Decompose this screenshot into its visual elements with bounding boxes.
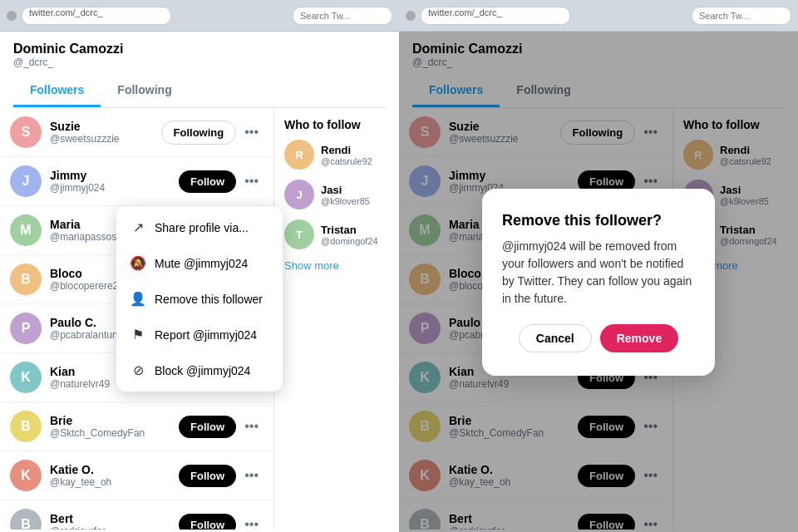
avatar: K bbox=[10, 460, 42, 491]
following-button[interactable]: Following bbox=[161, 121, 237, 145]
tab-followers-left[interactable]: Followers bbox=[13, 75, 101, 107]
avatar: S bbox=[10, 116, 42, 148]
user-info: Suzie @sweetsuzzzie bbox=[50, 120, 161, 145]
user-handle: @rodrisurfer bbox=[50, 525, 179, 530]
follow-button[interactable]: Follow bbox=[179, 170, 236, 193]
search-input-left[interactable] bbox=[293, 7, 392, 25]
follow-button[interactable]: Follow bbox=[179, 514, 236, 530]
show-more-link[interactable]: Show more bbox=[284, 259, 389, 272]
address-bar-right: twitter.com/_dcrc_ bbox=[421, 7, 570, 25]
dropdown-share[interactable]: ↗ Share profile via... bbox=[116, 209, 283, 245]
who-to-follow-left: Who to follow R Rendi @catsrule92 J Jasi… bbox=[274, 108, 399, 530]
follower-item: B Brie @Sktch_ComedyFan Follow ••• bbox=[0, 402, 273, 451]
tab-following-left[interactable]: Following bbox=[101, 75, 188, 107]
who-to-follow-title: Who to follow bbox=[284, 118, 389, 131]
wtf-handle: @catsrule92 bbox=[321, 156, 372, 166]
modal-title: Remove this follower? bbox=[502, 212, 695, 229]
browser-bar-right: twitter.com/_dcrc_ bbox=[399, 0, 798, 32]
wtf-item: R Rendi @catsrule92 bbox=[284, 140, 389, 170]
share-icon: ↗ bbox=[130, 219, 146, 235]
panel-right: twitter.com/_dcrc_ Dominic Camozzi @_dcr… bbox=[399, 0, 798, 532]
follower-item: K Katie O. @kay_tee_oh Follow ••• bbox=[0, 451, 273, 500]
wtf-user-info: Jasi @k9lover85 bbox=[321, 184, 370, 206]
modal-overlay: Remove this follower? @jimmyj024 will be… bbox=[399, 32, 798, 532]
user-name: Jimmy bbox=[50, 169, 179, 182]
panel-left: twitter.com/_dcrc_ Dominic Camozzi @_dcr… bbox=[0, 0, 399, 532]
wtf-name: Jasi bbox=[321, 184, 370, 196]
user-handle: @Sktch_ComedyFan bbox=[50, 427, 179, 439]
dropdown-label: Mute @jimmyj024 bbox=[155, 257, 248, 270]
more-button[interactable]: ••• bbox=[239, 514, 264, 530]
user-handle: @jimmyj024 bbox=[50, 182, 179, 194]
wtf-user-info: Rendi @catsrule92 bbox=[321, 144, 372, 166]
avatar: P bbox=[10, 313, 42, 344]
modal-body: @jimmyj024 will be removed from your fol… bbox=[502, 238, 695, 308]
profile-header-left: Dominic Camozzi @_dcrc_ Followers Follow… bbox=[0, 32, 399, 108]
report-icon: ⚑ bbox=[130, 327, 146, 342]
tabs-left: Followers Following bbox=[13, 75, 386, 108]
more-button[interactable]: ••• bbox=[239, 416, 264, 437]
profile-handle-left: @_dcrc_ bbox=[13, 57, 386, 68]
user-name: Brie bbox=[50, 414, 179, 427]
user-info: Brie @Sktch_ComedyFan bbox=[50, 414, 179, 439]
close-button-right[interactable] bbox=[406, 11, 416, 21]
more-button[interactable]: ••• bbox=[239, 465, 264, 486]
profile-name-left: Dominic Camozzi bbox=[13, 42, 386, 57]
mute-icon: 🔕 bbox=[130, 255, 146, 271]
wtf-avatar: T bbox=[284, 219, 314, 249]
remove-follower-modal: Remove this follower? @jimmyj024 will be… bbox=[482, 189, 715, 376]
follower-item: B Bert @rodrisurfer Follow ••• bbox=[0, 500, 273, 530]
user-handle: @kay_tee_oh bbox=[50, 476, 179, 488]
dropdown-mute[interactable]: 🔕 Mute @jimmyj024 bbox=[116, 245, 283, 281]
more-button[interactable]: ••• bbox=[239, 121, 264, 143]
cancel-button[interactable]: Cancel bbox=[519, 324, 592, 352]
wtf-name: Tristan bbox=[321, 224, 378, 236]
search-input-right[interactable] bbox=[692, 7, 791, 25]
wtf-avatar: R bbox=[284, 140, 314, 170]
modal-actions: Cancel Remove bbox=[502, 324, 695, 352]
wtf-item: T Tristan @domingof24 bbox=[284, 219, 389, 249]
follow-button[interactable]: Follow bbox=[179, 416, 236, 438]
wtf-name: Rendi bbox=[321, 144, 372, 156]
wtf-handle: @domingof24 bbox=[321, 236, 378, 246]
wtf-user-info: Tristan @domingof24 bbox=[321, 224, 378, 246]
follow-button[interactable]: Follow bbox=[179, 465, 236, 487]
dropdown-label: Report @jimmyj024 bbox=[155, 328, 257, 342]
user-info: Katie O. @kay_tee_oh bbox=[50, 463, 179, 488]
wtf-item: J Jasi @k9lover85 bbox=[284, 180, 389, 209]
dropdown-menu: ↗ Share profile via... 🔕 Mute @jimmyj024… bbox=[116, 206, 283, 392]
remove-follower-icon: 👤 bbox=[130, 291, 146, 307]
user-name: Suzie bbox=[50, 120, 161, 133]
avatar: J bbox=[10, 165, 42, 197]
avatar: B bbox=[10, 264, 42, 295]
avatar: B bbox=[10, 509, 42, 530]
dropdown-label: Block @jimmyj024 bbox=[155, 364, 250, 377]
wtf-handle: @k9lover85 bbox=[321, 196, 370, 206]
more-button-jimmy[interactable]: ••• bbox=[239, 170, 264, 192]
close-button-left[interactable] bbox=[7, 11, 17, 21]
dropdown-label: Share profile via... bbox=[155, 221, 249, 234]
content-right: Dominic Camozzi @_dcrc_ Followers Follow… bbox=[399, 32, 798, 532]
follower-item: S Suzie @sweetsuzzzie Following ••• bbox=[0, 108, 273, 157]
remove-button[interactable]: Remove bbox=[600, 324, 678, 352]
browser-bar-left: twitter.com/_dcrc_ bbox=[0, 0, 399, 32]
user-info: Jimmy @jimmyj024 bbox=[50, 169, 179, 194]
user-name: Katie O. bbox=[50, 463, 179, 476]
user-handle: @sweetsuzzzie bbox=[50, 133, 161, 145]
dropdown-remove-follower[interactable]: 👤 Remove this follower bbox=[116, 281, 283, 317]
avatar: M bbox=[10, 214, 42, 246]
dropdown-report[interactable]: ⚑ Report @jimmyj024 bbox=[116, 317, 283, 352]
wtf-avatar: J bbox=[284, 180, 314, 209]
follower-item: J Jimmy @jimmyj024 Follow ••• bbox=[0, 157, 273, 206]
user-info: Bert @rodrisurfer bbox=[50, 512, 179, 530]
block-icon: ⊘ bbox=[130, 362, 146, 378]
dropdown-label: Remove this follower bbox=[155, 293, 263, 306]
address-bar-left: twitter.com/_dcrc_ bbox=[22, 7, 171, 25]
dropdown-block[interactable]: ⊘ Block @jimmyj024 bbox=[116, 352, 283, 388]
content-left: Dominic Camozzi @_dcrc_ Followers Follow… bbox=[0, 32, 399, 532]
avatar: K bbox=[10, 362, 42, 393]
user-name: Bert bbox=[50, 512, 179, 525]
avatar: B bbox=[10, 411, 42, 442]
